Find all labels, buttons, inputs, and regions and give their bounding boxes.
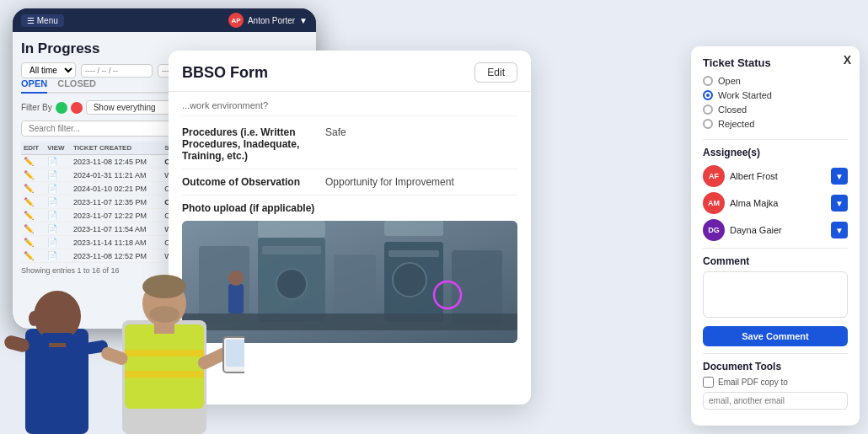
- user-name: Anton Porter: [248, 16, 295, 25]
- tab-closed[interactable]: CLOSED: [57, 78, 96, 92]
- radio-circle: [703, 76, 713, 86]
- edit-cell[interactable]: ✏️: [21, 196, 45, 209]
- view-cell[interactable]: 📄: [45, 222, 71, 236]
- view-cell[interactable]: 📄: [45, 249, 71, 263]
- bbso-panel: BBSO Form Edit ...work environment? Proc…: [169, 51, 531, 405]
- top-bar: ☰ Menu AP Anton Porter ▼: [13, 8, 316, 32]
- radio-item[interactable]: Rejected: [703, 119, 848, 129]
- menu-button[interactable]: ☰ Menu: [21, 14, 64, 27]
- svg-rect-14: [258, 221, 325, 238]
- view-cell[interactable]: 📄: [45, 155, 71, 169]
- radio-label: Rejected: [718, 119, 754, 129]
- assignee-expand-button[interactable]: ▼: [831, 222, 848, 238]
- assignee-left: AM Alma Majka: [703, 192, 778, 214]
- bbso-partial-text: ...work environment?: [182, 100, 517, 116]
- svg-rect-34: [99, 346, 129, 367]
- assignee-name: Dayna Gaier: [730, 225, 782, 235]
- edit-cell[interactable]: ✏️: [21, 249, 45, 263]
- divider2: [703, 248, 848, 249]
- filter-btn-green[interactable]: [56, 102, 67, 114]
- assignee-item: AF Albert Frost ▼: [703, 165, 848, 187]
- radio-label: Closed: [718, 104, 747, 115]
- bbso-label-outcome: Outcome of Observation: [182, 176, 325, 188]
- bbso-row-procedures: Procedures (i.e. Written Procedures, Ina…: [182, 120, 517, 169]
- radio-label: Open: [718, 76, 741, 86]
- svg-rect-19: [49, 335, 66, 347]
- bbso-value-outcome: Opportunity for Improvement: [325, 176, 517, 188]
- svg-rect-11: [228, 284, 244, 313]
- ticket-created-cell: 2023-11-14 11:18 AM: [71, 236, 162, 249]
- ticket-created-cell: 2024-01-31 11:21 AM: [71, 169, 162, 182]
- radio-item[interactable]: Closed: [703, 104, 848, 115]
- tab-open[interactable]: OPEN: [21, 78, 47, 94]
- edit-cell[interactable]: ✏️: [21, 222, 45, 236]
- assignee-avatar: AM: [703, 192, 725, 214]
- ticket-created-cell: 2023-11-08 12:45 PM: [71, 155, 162, 169]
- radio-circle: [703, 104, 713, 115]
- svg-rect-20: [42, 333, 72, 343]
- radio-circle: [703, 119, 713, 129]
- svg-rect-6: [182, 313, 517, 330]
- ticket-created-cell: 2023-11-07 12:22 PM: [71, 209, 162, 222]
- ticket-created-cell: 2023-11-08 12:52 PM: [71, 249, 162, 263]
- edit-cell[interactable]: ✏️: [21, 209, 45, 222]
- doc-tools-label: Document Tools: [703, 361, 848, 372]
- svg-rect-21: [3, 334, 30, 353]
- email-checkbox[interactable]: [703, 377, 714, 388]
- ticket-status-title: Ticket Status: [703, 56, 848, 69]
- assignees-container: AF Albert Frost ▼ AM Alma Majka ▼ DG Day…: [703, 165, 848, 241]
- date-from-input[interactable]: [81, 64, 153, 78]
- col-view: VIEW: [45, 142, 71, 155]
- edit-cell[interactable]: ✏️: [21, 182, 45, 196]
- edit-button[interactable]: Edit: [474, 62, 517, 83]
- assignee-expand-button[interactable]: ▼: [831, 195, 848, 212]
- bbso-label-procedures: Procedures (i.e. Written Procedures, Ina…: [182, 126, 325, 162]
- view-cell[interactable]: 📄: [45, 209, 71, 222]
- assignee-name: Alma Majka: [730, 198, 778, 208]
- ticket-created-cell: 2023-11-07 12:35 PM: [71, 196, 162, 209]
- edit-cell[interactable]: ✏️: [21, 155, 45, 169]
- assignee-name: Albert Frost: [730, 171, 778, 181]
- date-select[interactable]: All time: [21, 62, 76, 78]
- dropdown-icon[interactable]: ▼: [299, 16, 308, 25]
- svg-rect-7: [262, 246, 321, 255]
- comment-label: Comment: [703, 255, 848, 267]
- user-info: AP Anton Porter ▼: [228, 13, 308, 28]
- save-comment-button[interactable]: Save Comment: [703, 326, 848, 346]
- ticket-created-cell: 2023-11-07 11:54 AM: [71, 222, 162, 236]
- view-cell[interactable]: 📄: [45, 196, 71, 209]
- ticket-panel: X Ticket Status Open Work Started Closed…: [691, 46, 860, 426]
- divider: [703, 139, 848, 140]
- edit-cell[interactable]: ✏️: [21, 169, 45, 182]
- photo-placeholder: [182, 221, 517, 343]
- filter-btn-red[interactable]: [71, 102, 83, 114]
- svg-point-12: [228, 271, 244, 286]
- photo-label: Photo upload (if applicable): [182, 202, 517, 214]
- photo-section: Photo upload (if applicable): [182, 196, 517, 350]
- close-button[interactable]: X: [844, 53, 851, 67]
- view-cell[interactable]: 📄: [45, 236, 71, 249]
- svg-rect-15: [384, 221, 443, 236]
- assignee-left: AF Albert Frost: [703, 165, 778, 187]
- svg-rect-16: [25, 329, 88, 434]
- col-created: TICKET CREATED: [71, 142, 162, 155]
- user-avatar: AP: [228, 13, 244, 28]
- svg-rect-22: [83, 340, 109, 356]
- assignee-expand-button[interactable]: ▼: [831, 168, 848, 185]
- filter-label: Filter By: [21, 103, 52, 112]
- bbso-body: ...work environment? Procedures (i.e. Wr…: [169, 92, 531, 399]
- view-cell[interactable]: 📄: [45, 182, 71, 196]
- radio-item[interactable]: Work Started: [703, 90, 848, 100]
- comment-textarea[interactable]: [703, 271, 848, 318]
- svg-point-10: [393, 263, 426, 297]
- edit-cell[interactable]: ✏️: [21, 236, 45, 249]
- view-cell[interactable]: 📄: [45, 169, 71, 182]
- bbso-value-procedures: Safe: [325, 126, 517, 138]
- email-input[interactable]: [703, 392, 848, 410]
- col-edit: EDIT: [21, 142, 45, 155]
- bbso-title: BBSO Form: [182, 64, 268, 82]
- assignees-label: Assignee(s): [703, 147, 848, 158]
- radio-item[interactable]: Open: [703, 76, 848, 86]
- svg-rect-8: [388, 250, 439, 257]
- assignee-avatar: AF: [703, 165, 725, 187]
